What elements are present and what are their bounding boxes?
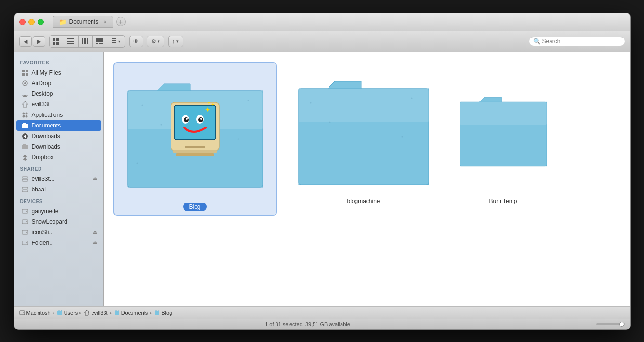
sidebar-item-label: Documents (32, 122, 61, 129)
svg-rect-15 (112, 40, 116, 41)
file-item-burntemp[interactable]: Burn Temp (450, 62, 556, 216)
gear-button[interactable]: ⚙ ▾ (147, 36, 164, 47)
sidebar-item-iconstick[interactable]: iconSti... ⏏ (14, 227, 103, 238)
breadcrumb-users[interactable]: Users (57, 310, 78, 316)
airdrop-icon (21, 79, 29, 87)
burntemp-folder-svg (455, 67, 552, 192)
tab-label: Documents (69, 18, 99, 25)
sidebar-item-home[interactable]: evill33t (14, 99, 103, 110)
view-cover-button[interactable] (93, 36, 107, 47)
sidebar-item-documents[interactable]: Documents (16, 120, 101, 131)
sidebar-item-label: evill33t... (32, 176, 54, 182)
breadcrumb: Macintosh ▸ Users ▸ evill33t ▸ Documents… (19, 310, 625, 316)
svg-point-51 (237, 138, 239, 139)
sidebar-item-label: Downloads (32, 143, 60, 150)
usb-icon (21, 228, 29, 236)
eject-icon-2[interactable]: ⏏ (93, 229, 97, 235)
search-box[interactable]: 🔍 (529, 37, 625, 46)
breadcrumb-documents[interactable]: Documents (114, 310, 148, 316)
sidebar-item-applications[interactable]: Applications (14, 110, 103, 120)
maximize-button[interactable] (38, 19, 44, 25)
sidebar-item-label: All My Files (32, 69, 61, 76)
svg-rect-9 (87, 38, 88, 44)
sidebar-item-snowleopard[interactable]: SnowLeopard (14, 216, 103, 227)
eject-icon-3[interactable]: ⏏ (93, 240, 97, 245)
disk-icon (21, 218, 29, 226)
search-icon: 🔍 (533, 38, 540, 45)
breadcrumb-blog[interactable]: Blog (154, 310, 172, 316)
svg-rect-8 (84, 38, 86, 44)
svg-point-48 (141, 104, 143, 106)
sidebar-item-label: Downloads (32, 133, 60, 139)
all-my-files-icon (21, 69, 29, 76)
devices-header: DEVICES (14, 195, 103, 206)
file-area: ✦ ✦ ✦ Blog (104, 52, 630, 306)
sidebar-item-downloads-badge[interactable]: Downloads (14, 131, 103, 141)
sidebar-item-dropbox[interactable]: Dropbox (14, 152, 103, 163)
toolbar: ◀ ▶ ▾ 👁 (14, 31, 630, 52)
view-columns-button[interactable] (79, 36, 93, 47)
home-icon (21, 101, 29, 108)
svg-rect-75 (460, 102, 547, 125)
view-arrange-button[interactable]: ▾ (107, 36, 125, 47)
svg-rect-20 (26, 73, 28, 76)
svg-rect-2 (53, 42, 55, 45)
tab-documents[interactable]: 📁 Documents ✕ (53, 16, 114, 28)
file-label-burntemp: Burn Temp (489, 198, 517, 204)
svg-rect-0 (53, 38, 55, 41)
downloads-badge-icon (21, 132, 29, 140)
search-input[interactable] (542, 38, 621, 45)
sidebar-item-evill33t-shared[interactable]: evill33t... ⏏ (14, 174, 103, 184)
desktop-icon (21, 90, 29, 98)
dropbox-icon (21, 153, 29, 161)
svg-point-45 (26, 242, 27, 243)
tab-close-icon[interactable]: ✕ (103, 19, 107, 25)
svg-rect-11 (96, 43, 98, 44)
breadcrumb-macintosh[interactable]: Macintosh (19, 310, 51, 316)
zoom-slider[interactable] (596, 323, 625, 325)
svg-rect-13 (101, 43, 103, 44)
svg-rect-36 (22, 187, 28, 189)
burntemp-folder-icon (455, 67, 552, 194)
svg-text:✦: ✦ (205, 106, 210, 114)
sidebar-item-bhaal[interactable]: bhaal (14, 184, 103, 195)
minimize-button[interactable] (28, 19, 35, 25)
file-item-blog[interactable]: ✦ ✦ ✦ Blog (113, 62, 277, 216)
view-icon-button[interactable] (50, 36, 64, 47)
eye-button[interactable]: 👁 (129, 36, 143, 47)
svg-marker-79 (84, 310, 89, 315)
breadcrumb-sep-2: ▸ (79, 310, 82, 315)
svg-point-61 (200, 118, 202, 120)
svg-rect-1 (56, 38, 59, 41)
svg-point-41 (26, 221, 27, 222)
file-item-blogmachine[interactable]: blogmachine (287, 62, 441, 216)
sidebar-item-desktop[interactable]: Desktop (14, 89, 103, 99)
svg-rect-80 (115, 311, 119, 315)
sidebar-item-label: AirDrop (32, 80, 52, 87)
svg-point-29 (22, 115, 25, 117)
close-button[interactable] (19, 19, 26, 25)
share-button[interactable]: ↑ ▾ (168, 36, 184, 47)
svg-marker-26 (22, 101, 28, 107)
sidebar-item-airdrop[interactable]: AirDrop (14, 78, 103, 89)
svg-point-60 (186, 118, 188, 120)
svg-rect-12 (99, 43, 101, 44)
sidebar-item-label: SnowLeopard (32, 218, 67, 225)
view-buttons: ▾ (49, 35, 125, 48)
breadcrumb-evill33t[interactable]: evill33t (84, 310, 107, 316)
view-list-button[interactable] (64, 36, 79, 47)
back-button[interactable]: ◀ (19, 36, 32, 47)
sidebar-item-label: Dropbox (32, 154, 53, 161)
eject-icon[interactable]: ⏏ (93, 176, 97, 181)
sidebar-item-all-my-files[interactable]: All My Files (14, 67, 103, 78)
zoom-slider-thumb[interactable] (619, 322, 624, 327)
drive-icon (21, 207, 29, 215)
zoom-slider-track[interactable] (596, 323, 625, 325)
forward-button[interactable]: ▶ (33, 36, 45, 47)
sidebar-item-folderl[interactable]: Folderl... ⏏ (14, 238, 103, 248)
sidebar-item-downloads[interactable]: Downloads (14, 141, 103, 152)
sidebar-item-ganymede[interactable]: ganymede (14, 206, 103, 216)
new-tab-button[interactable]: + (116, 17, 126, 26)
svg-rect-24 (24, 95, 26, 96)
sidebar-item-label: Applications (32, 112, 63, 118)
